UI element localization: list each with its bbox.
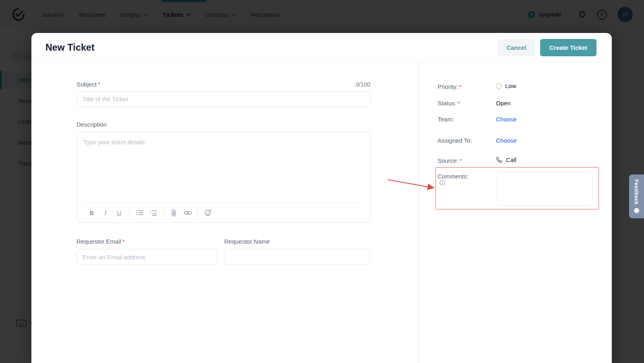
status-value[interactable]: Open bbox=[496, 100, 511, 107]
priority-low-icon bbox=[496, 83, 502, 89]
description-label: Description bbox=[76, 121, 107, 128]
info-icon bbox=[440, 180, 445, 185]
svg-text:1: 1 bbox=[150, 210, 151, 212]
numbered-list-icon[interactable]: 1 2 bbox=[147, 207, 160, 219]
annotation-arrow bbox=[378, 171, 442, 195]
requestor-name-label: Requestor Name bbox=[224, 238, 370, 245]
priority-label-text: Priority: bbox=[438, 83, 458, 90]
status-label-text: Status: bbox=[438, 100, 456, 107]
status-label: Status:* bbox=[438, 100, 460, 107]
required-asterisk: * bbox=[458, 100, 460, 107]
assigned-to-choose-link[interactable]: Choose bbox=[496, 137, 517, 144]
new-ticket-modal: New Ticket Cancel Create Ticket Subject*… bbox=[31, 33, 612, 363]
emoji-icon[interactable] bbox=[201, 207, 215, 219]
requestor-name-input[interactable] bbox=[224, 249, 370, 265]
modal-header: New Ticket Cancel Create Ticket bbox=[31, 33, 612, 62]
page: Surveys Templates Insights Tickets Conta… bbox=[0, 0, 644, 363]
priority-value-text: Low bbox=[505, 82, 516, 89]
required-asterisk: * bbox=[98, 81, 100, 88]
requestor-email-label-text: Requestor Email bbox=[76, 238, 121, 245]
team-label: Team: bbox=[438, 116, 454, 123]
comments-label-text: Comments: bbox=[438, 173, 469, 180]
source-label: Source:* bbox=[438, 157, 462, 164]
comments-textarea[interactable] bbox=[496, 172, 593, 206]
comments-label: Comments: bbox=[438, 173, 469, 185]
subject-char-counter: 0/100 bbox=[356, 81, 370, 88]
cancel-button[interactable]: Cancel bbox=[498, 39, 535, 56]
svg-text:2: 2 bbox=[150, 212, 151, 215]
subject-label-text: Subject bbox=[76, 81, 97, 88]
requestor-email-label: Requestor Email* bbox=[76, 238, 217, 245]
create-ticket-button[interactable]: Create Ticket bbox=[540, 39, 597, 56]
phone-call-icon bbox=[496, 157, 502, 163]
source-value-text: Call bbox=[506, 156, 516, 163]
modal-body: Subject* 0/100 Description Type your tic… bbox=[31, 62, 612, 363]
underline-icon[interactable]: U bbox=[112, 207, 126, 219]
bullet-list-icon[interactable] bbox=[133, 207, 147, 219]
priority-label: Priority:* bbox=[438, 83, 462, 90]
assigned-choose-text: Choose bbox=[496, 137, 517, 144]
description-editor[interactable]: Type your ticket details B I U bbox=[76, 131, 370, 223]
team-choose-text: Choose bbox=[496, 116, 517, 123]
subject-input[interactable] bbox=[76, 91, 370, 107]
smiley-icon: ☻ bbox=[634, 208, 640, 213]
ticket-form: Subject* 0/100 Description Type your tic… bbox=[76, 62, 370, 363]
required-asterisk: * bbox=[460, 157, 462, 164]
priority-value[interactable]: Low bbox=[496, 82, 516, 89]
attachment-paperclip-icon[interactable] bbox=[167, 207, 181, 219]
bold-icon[interactable]: B bbox=[85, 207, 99, 219]
feedback-tab[interactable]: Feedback ☻ bbox=[629, 174, 644, 218]
feedback-tab-label: Feedback bbox=[634, 179, 640, 205]
pane-divider bbox=[418, 62, 419, 363]
required-asterisk: * bbox=[122, 238, 125, 245]
toolbar-divider bbox=[198, 208, 198, 217]
subject-label: Subject* bbox=[76, 81, 100, 88]
required-asterisk: * bbox=[459, 83, 462, 90]
modal-title: New Ticket bbox=[45, 42, 95, 53]
link-icon[interactable] bbox=[181, 207, 194, 219]
richtext-toolbar: B I U 1 bbox=[82, 203, 365, 222]
source-value[interactable]: Call bbox=[496, 156, 516, 163]
toolbar-divider bbox=[163, 208, 164, 217]
source-label-text: Source: bbox=[438, 157, 458, 164]
toolbar-divider bbox=[129, 208, 130, 217]
team-choose-link[interactable]: Choose bbox=[496, 116, 517, 123]
assigned-to-label: Assigned To: bbox=[438, 137, 472, 144]
description-placeholder: Type your ticket details bbox=[83, 139, 145, 146]
requestor-email-input[interactable] bbox=[76, 249, 217, 265]
status-value-text: Open bbox=[496, 100, 511, 107]
italic-icon[interactable]: I bbox=[99, 207, 112, 219]
